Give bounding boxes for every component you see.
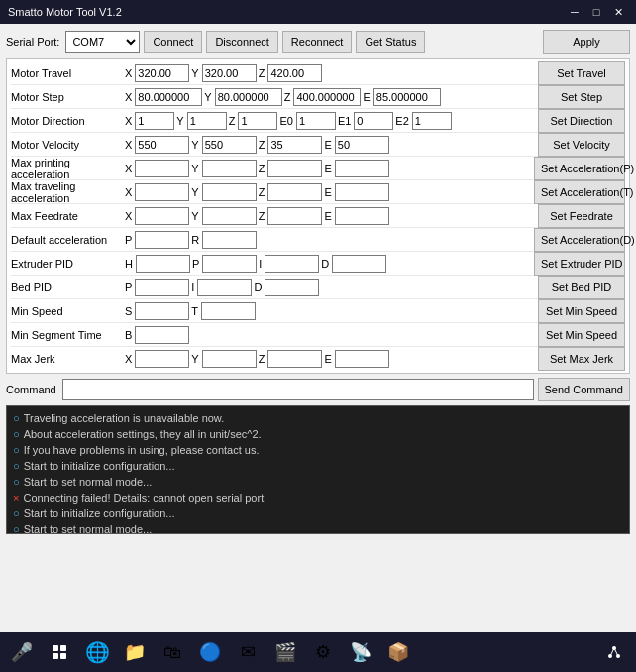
min-speed-fields: S T [125,302,534,320]
dir-x-input[interactable] [135,112,174,130]
minimize-button[interactable]: ─ [565,3,584,21]
set-default-accel-button[interactable]: Set Acceleration(D) [534,228,625,252]
edge-icon[interactable]: 🌐 [79,634,115,670]
paccel-x-input[interactable] [135,160,189,177]
disconnect-button[interactable]: Disconnect [206,31,277,53]
vel-x-input[interactable] [135,136,189,154]
paccel-z-input[interactable] [267,160,322,177]
log-icon: ○ [13,458,20,474]
app2-icon[interactable]: 📦 [380,634,416,670]
dir-e2-input[interactable] [412,112,452,130]
title-bar: Smatto Motor Tool V1.2 ─ □ ✕ [0,0,636,24]
log-text: If you have problems in using, please co… [24,442,260,458]
step-x-input[interactable] [135,88,202,106]
motor-direction-row: Motor Direction X Y Z E0 E1 E2 Set Direc… [11,109,625,133]
vel-e-input[interactable] [335,136,389,154]
system-tray-icon[interactable] [596,634,632,670]
settings-icon[interactable]: ⚙ [305,634,341,670]
reconnect-button[interactable]: Reconnect [282,31,353,53]
taccel-y-input[interactable] [202,183,257,201]
minseg-b-input[interactable] [135,326,189,344]
command-input[interactable] [62,379,534,400]
max-print-accel-fields: X Y Z E [125,160,534,177]
dir-y-input[interactable] [187,112,227,130]
jerk-x-input[interactable] [135,350,189,368]
epid-i-input[interactable] [265,255,319,273]
taccel-e-input[interactable] [335,183,389,201]
daccel-r-input[interactable] [202,231,257,249]
bpid-d-input[interactable] [265,279,319,296]
taskview-icon[interactable] [42,634,77,670]
log-text: Connecting failed! Details: cannot open … [23,490,264,505]
motor-direction-fields: X Y Z E0 E1 E2 [125,112,534,130]
set-min-speed-button[interactable]: Set Min Speed [538,299,625,323]
chrome-icon[interactable]: 🔵 [192,634,228,670]
svg-rect-3 [60,653,66,659]
set-velocity-button[interactable]: Set Velocity [538,133,625,157]
app-icon[interactable]: 📡 [343,634,378,670]
set-direction-button[interactable]: Set Direction [538,109,625,133]
feed-y-input[interactable] [202,207,257,225]
paccel-e-input[interactable] [335,160,389,177]
epid-h-input[interactable] [136,255,190,273]
log-text: About acceleration settings, they all in… [24,426,262,442]
set-extruder-pid-button[interactable]: Set Extruder PID [534,252,625,276]
jerk-e-input[interactable] [335,350,389,368]
travel-z-input[interactable] [267,64,322,82]
minspeed-t-input[interactable] [201,302,256,320]
travel-y-input[interactable] [202,64,257,82]
epid-d-input[interactable] [332,255,386,273]
title-bar-controls: ─ □ ✕ [565,3,628,21]
feed-e-input[interactable] [335,207,389,225]
default-accel-row: Default acceleration P R Set Acceleratio… [11,228,625,252]
motor-direction-label: Motor Direction [11,115,125,127]
dir-z-input[interactable] [238,112,277,130]
log-line: ○Start to initialize configuration... [13,505,623,521]
set-print-accel-button[interactable]: Set Acceleration(P) [534,157,625,180]
apply-button[interactable]: Apply [543,30,630,54]
vel-z-input[interactable] [267,136,322,154]
epid-p-input[interactable] [202,255,257,273]
taccel-z-input[interactable] [267,183,322,201]
folder-icon[interactable]: 📁 [117,634,153,670]
vel-y-input[interactable] [202,136,257,154]
jerk-y-input[interactable] [202,350,257,368]
dir-e0-input[interactable] [296,112,336,130]
set-travel-accel-button[interactable]: Set Acceleration(T) [534,180,625,204]
get-status-button[interactable]: Get Status [356,31,425,53]
close-button[interactable]: ✕ [608,3,628,21]
send-command-button[interactable]: Send Command [538,378,631,401]
daccel-p-input[interactable] [135,231,189,249]
min-speed-row: Min Speed S T Set Min Speed [11,299,625,323]
set-travel-button[interactable]: Set Travel [538,61,625,85]
davinci-icon[interactable]: 🎬 [267,634,303,670]
set-feedrate-button[interactable]: Set Feedrate [538,204,625,228]
mic-icon[interactable]: 🎤 [4,634,40,670]
bpid-i-input[interactable] [197,279,252,296]
set-min-seg-time-button[interactable]: Set Min Speed [538,323,625,347]
log-line: ○Start to set normal mode... [13,474,623,490]
set-bed-pid-button[interactable]: Set Bed PID [538,276,625,299]
set-step-button[interactable]: Set Step [538,85,625,109]
feed-x-input[interactable] [135,207,189,225]
motor-velocity-row: Motor Velocity X Y Z E Set Velocity [11,133,625,157]
taccel-x-input[interactable] [135,183,189,201]
step-e-input[interactable] [373,88,441,106]
store-icon[interactable]: 🛍 [155,634,190,670]
serial-port-select[interactable]: COM7 [65,31,140,53]
connect-button[interactable]: Connect [144,31,202,53]
dir-e1-input[interactable] [354,112,393,130]
step-y-input[interactable] [215,88,282,106]
travel-x-input[interactable] [135,64,189,82]
paccel-y-input[interactable] [202,160,257,177]
step-z-input[interactable] [293,88,361,106]
log-line: ○About acceleration settings, they all i… [13,426,623,442]
minspeed-s-input[interactable] [135,302,189,320]
feed-z-input[interactable] [267,207,322,225]
bpid-p-input[interactable] [135,279,189,296]
jerk-z-input[interactable] [267,350,322,368]
log-icon: ○ [13,410,20,426]
set-max-jerk-button[interactable]: Set Max Jerk [538,347,625,371]
maximize-button[interactable]: □ [586,3,606,21]
mail-icon[interactable]: ✉ [230,634,265,670]
